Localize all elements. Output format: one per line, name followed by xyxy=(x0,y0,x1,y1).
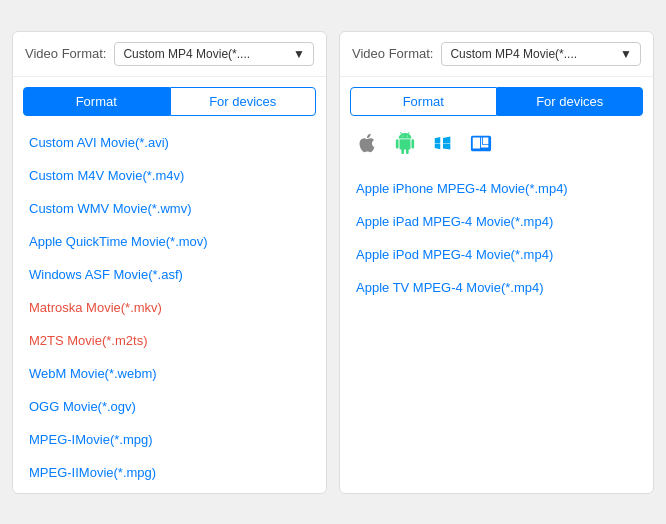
left-dropdown-text: Custom MP4 Movie(*.... xyxy=(123,47,250,61)
right-device-item[interactable]: Apple iPod MPEG-4 Movie(*.mp4) xyxy=(340,238,653,271)
left-panel: Video Format: Custom MP4 Movie(*.... ▼ F… xyxy=(12,31,327,494)
right-device-item[interactable]: Apple iPad MPEG-4 Movie(*.mp4) xyxy=(340,205,653,238)
left-format-label: Video Format: xyxy=(25,46,106,61)
right-format-label: Video Format: xyxy=(352,46,433,61)
right-tab-format[interactable]: Format xyxy=(350,87,497,116)
left-format-dropdown[interactable]: Custom MP4 Movie(*.... ▼ xyxy=(114,42,314,66)
left-format-item[interactable]: Custom M4V Movie(*.m4v) xyxy=(13,159,326,192)
left-format-item[interactable]: M2TS Movie(*.m2ts) xyxy=(13,324,326,357)
right-panel-header: Video Format: Custom MP4 Movie(*.... ▼ xyxy=(340,32,653,77)
windows-icon[interactable] xyxy=(432,132,454,160)
left-panel-header: Video Format: Custom MP4 Movie(*.... ▼ xyxy=(13,32,326,77)
device-icon-bar xyxy=(340,122,653,168)
left-tab-devices[interactable]: For devices xyxy=(170,87,317,116)
right-tab-devices[interactable]: For devices xyxy=(497,87,644,116)
left-format-item[interactable]: Apple QuickTime Movie(*.mov) xyxy=(13,225,326,258)
left-format-item[interactable]: MPEG-IMovie(*.mpg) xyxy=(13,423,326,456)
left-format-list: Custom AVI Movie(*.avi)Custom M4V Movie(… xyxy=(13,122,326,493)
right-device-item[interactable]: Apple TV MPEG-4 Movie(*.mp4) xyxy=(340,271,653,304)
tablet-icon[interactable] xyxy=(470,132,492,160)
right-dropdown-arrow-icon: ▼ xyxy=(620,47,632,61)
android-icon[interactable] xyxy=(394,132,416,160)
right-device-list: Apple iPhone MPEG-4 Movie(*.mp4)Apple iP… xyxy=(340,168,653,308)
left-format-item[interactable]: Custom AVI Movie(*.avi) xyxy=(13,126,326,159)
left-format-item[interactable]: Windows ASF Movie(*.asf) xyxy=(13,258,326,291)
left-format-item[interactable]: OGG Movie(*.ogv) xyxy=(13,390,326,423)
left-tab-format[interactable]: Format xyxy=(23,87,170,116)
left-tab-bar: Format For devices xyxy=(13,77,326,122)
main-container: Video Format: Custom MP4 Movie(*.... ▼ F… xyxy=(0,19,666,506)
left-format-item[interactable]: WebM Movie(*.webm) xyxy=(13,357,326,390)
right-panel: Video Format: Custom MP4 Movie(*.... ▼ F… xyxy=(339,31,654,494)
right-device-item[interactable]: Apple iPhone MPEG-4 Movie(*.mp4) xyxy=(340,172,653,205)
right-dropdown-text: Custom MP4 Movie(*.... xyxy=(450,47,577,61)
right-format-dropdown[interactable]: Custom MP4 Movie(*.... ▼ xyxy=(441,42,641,66)
right-tab-bar: Format For devices xyxy=(340,77,653,122)
left-format-item[interactable]: Matroska Movie(*.mkv) xyxy=(13,291,326,324)
left-format-item[interactable]: MPEG-IIMovie(*.mpg) xyxy=(13,456,326,489)
left-format-item[interactable]: Custom WMV Movie(*.wmv) xyxy=(13,192,326,225)
left-dropdown-arrow-icon: ▼ xyxy=(293,47,305,61)
apple-icon[interactable] xyxy=(356,132,378,160)
